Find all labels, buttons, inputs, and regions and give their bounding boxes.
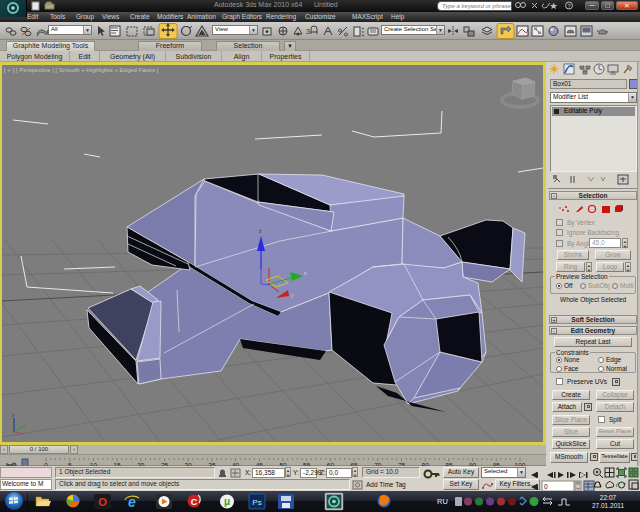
svg-text:μ: μ [224, 496, 230, 507]
svg-text:O: O [98, 496, 107, 508]
svg-text:Ps: Ps [252, 498, 261, 507]
svg-text:3: 3 [306, 28, 310, 35]
svg-text:22:07: 22:07 [600, 494, 617, 501]
svg-text:27.01.2011: 27.01.2011 [592, 502, 624, 509]
svg-text:0: 0 [544, 483, 548, 490]
svg-text:z: z [12, 412, 15, 418]
svg-text:?: ? [568, 3, 574, 9]
svg-text:RU: RU [437, 497, 448, 506]
svg-text:C: C [191, 497, 198, 507]
